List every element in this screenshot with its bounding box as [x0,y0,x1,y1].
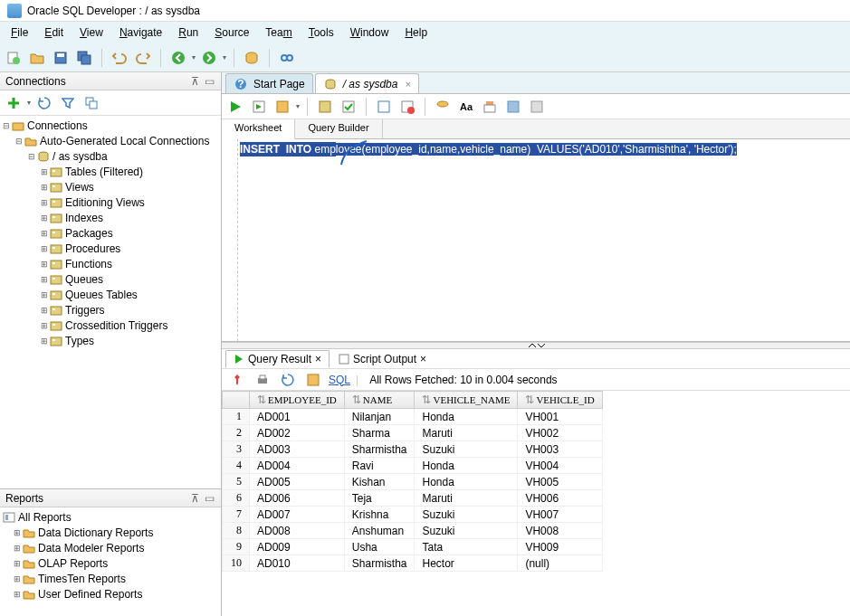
tab-query-builder[interactable]: Query Builder [295,119,382,138]
table-row[interactable]: 1AD001NilanjanHondaVH001 [223,409,603,425]
saveall-icon[interactable] [74,48,94,68]
tree-item[interactable]: ⊞Editioning Views [0,194,221,210]
tab-query-result[interactable]: Query Result× [225,350,329,368]
menu-help[interactable]: Help [397,24,435,41]
result-grid[interactable]: ⇅EMPLOYEE_ID⇅NAME⇅VEHICLE_NAME⇅VEHICLE_I… [222,391,850,572]
close-icon[interactable]: × [315,353,321,365]
reports-tree[interactable]: All Reports ⊞Data Dictionary Reports⊞Dat… [0,507,221,616]
new-icon[interactable] [4,48,24,68]
menu-window[interactable]: Window [343,24,396,41]
column-header[interactable]: ⇅VEHICLE_NAME [415,392,518,409]
rollback-icon[interactable] [374,97,394,117]
minimize-icon[interactable]: ▭ [203,492,215,505]
close-icon[interactable]: × [405,79,410,90]
tab-worksheet[interactable]: Worksheet [222,119,295,139]
minimize-icon[interactable]: ▭ [203,75,215,88]
tree-item[interactable]: ⊞Packages [0,225,221,241]
menu-tools[interactable]: Tools [301,24,341,41]
column-header[interactable]: ⇅NAME [344,392,415,409]
tree-item[interactable]: ⊞User Defined Reports [0,586,221,602]
sql-tab-icon [323,78,338,90]
tree-item[interactable]: ⊞Data Dictionary Reports [0,525,221,540]
sql-history-icon[interactable] [433,97,453,117]
reports-root[interactable]: All Reports [18,511,72,524]
tree-item[interactable]: ⊞Functions [0,256,221,271]
forward-icon[interactable] [199,48,219,68]
svg-point-7 [203,52,215,64]
copy-icon[interactable] [81,93,101,113]
pin-result-icon[interactable] [227,370,247,390]
tree-conn[interactable]: / as sysdba [53,150,108,163]
tree-item[interactable]: ⊞TimesTen Reports [0,571,221,586]
table-row[interactable]: 5AD005KishanHondaVH005 [223,474,603,490]
clear-icon[interactable] [480,97,500,117]
table-row[interactable]: 3AD003SharmisthaSuzukiVH003 [223,441,603,458]
refresh-connections-icon[interactable] [34,93,54,113]
menu-run[interactable]: Run [171,24,205,41]
tab-sysdba[interactable]: / as sysdba × [315,73,419,93]
menubar: File Edit View Navigate Run Source Team … [0,22,850,43]
table-row[interactable]: 9AD009UshaTataVH009 [223,539,603,555]
tree-item[interactable]: ⊞Views [0,179,221,194]
tree-item[interactable]: ⊞Indexes [0,210,221,225]
reports-panel-header: Reports ⊼ ▭ [0,489,221,507]
menu-file[interactable]: File [4,24,35,41]
connections-tree[interactable]: ⊟Connections ⊟Auto-Generated Local Conne… [0,116,221,488]
menu-edit[interactable]: Edit [37,24,71,41]
run-script-icon[interactable] [249,97,269,117]
case-icon[interactable]: Aa [456,97,476,117]
table-row[interactable]: 4AD004RaviHondaVH004 [223,458,603,474]
unshared-icon[interactable] [397,97,417,117]
menu-source[interactable]: Source [207,24,256,41]
explain-icon[interactable] [272,97,292,117]
tree-item[interactable]: ⊞Triggers [0,302,221,317]
add-connection-icon[interactable] [4,93,24,113]
redo-icon[interactable] [133,48,153,68]
tab-start-page[interactable]: ? Start Page [225,73,313,93]
table-row[interactable]: 2AD002SharmaMarutiVH002 [223,425,603,441]
table-row[interactable]: 10AD010SharmisthaHector(null) [223,555,603,572]
export-icon[interactable] [303,370,323,390]
column-header[interactable]: ⇅VEHICLE_ID [518,392,602,409]
tree-root[interactable]: Connections [27,119,88,132]
filter-icon[interactable] [58,93,78,113]
snippet-icon[interactable] [503,97,523,117]
tree-item[interactable]: ⊞Procedures [0,241,221,256]
menu-navigate[interactable]: Navigate [112,24,169,41]
svg-rect-27 [51,261,62,269]
report-icon[interactable] [527,97,547,117]
tree-item[interactable]: ⊞Types [0,333,221,348]
close-icon[interactable]: × [420,353,426,365]
table-row[interactable]: 6AD006TejaMarutiVH006 [223,490,603,507]
sql-editor[interactable]: INSERT INTO employee(employee_id,name,ve… [222,139,850,342]
tree-item[interactable]: ⊞OLAP Reports [0,555,221,571]
main-toolbar: ▾ ▾ [0,43,850,72]
pin-icon[interactable]: ⊼ [188,492,201,505]
undo-icon[interactable] [110,48,129,68]
pin-icon[interactable]: ⊼ [188,75,201,88]
print-icon[interactable] [253,370,272,390]
save-icon[interactable] [51,48,71,68]
tree-item[interactable]: ⊞Crossedition Triggers [0,317,221,333]
run-icon[interactable] [225,97,245,117]
tree-item[interactable]: ⊞Queues [0,271,221,287]
column-header[interactable]: ⇅EMPLOYEE_ID [250,392,345,409]
menu-view[interactable]: View [72,24,110,41]
table-row[interactable]: 7AD007KrishnaSuzukiVH007 [223,507,603,523]
menu-team[interactable]: Team [258,24,299,41]
autotrace-icon[interactable] [315,97,335,117]
tree-folder[interactable]: Auto-Generated Local Connections [40,135,209,147]
tree-item[interactable]: ⊞Data Modeler Reports [0,540,221,555]
commit-icon[interactable] [339,97,358,117]
tree-item[interactable]: ⊞Queues Tables [0,287,221,302]
find-icon[interactable] [277,48,297,68]
tree-item[interactable]: ⊞Tables (Filtered) [0,164,221,179]
refresh-result-icon[interactable] [278,370,298,390]
horizontal-splitter[interactable] [222,342,850,349]
sql-icon[interactable] [242,48,262,68]
table-row[interactable]: 8AD008AnshumanSuzukiVH008 [223,523,603,539]
back-icon[interactable] [168,48,188,68]
open-icon[interactable] [27,48,47,68]
tab-script-output[interactable]: Script Output× [331,351,434,367]
sql-link[interactable]: SQL [329,374,350,386]
